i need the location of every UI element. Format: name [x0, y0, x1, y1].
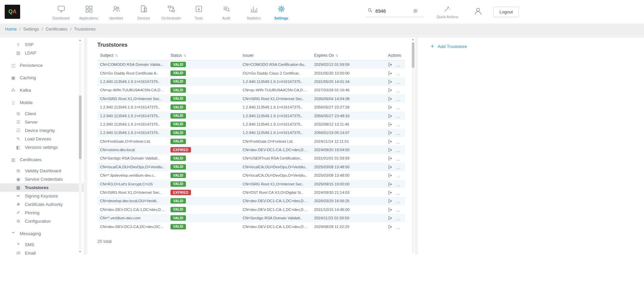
sidebar-item-persistence[interactable]: ◫Persistence — [0, 61, 84, 70]
quick-actions-label: Quick Actions — [437, 15, 458, 19]
main-scroll-up-arrow[interactable]: ▲ — [412, 38, 414, 41]
sidebar-item-certificates[interactable]: ▥Certificates — [0, 156, 84, 164]
sidebar-item-validity-dashboard[interactable]: ⊞Validity Dashboard — [0, 167, 84, 175]
sidebar-item-mobile[interactable]: ▯Mobile — [0, 98, 84, 107]
topnav-item-devices[interactable]: Devices — [130, 3, 157, 20]
table-row[interactable]: CN=localCA,OU=DevOps,O=Veridiu..VALIDCN=… — [97, 163, 405, 171]
export-button[interactable] — [388, 87, 393, 93]
topnav-item-settings[interactable]: Settings — [267, 3, 295, 20]
sidebar-item-ldap[interactable]: ▤LDAP — [0, 49, 84, 57]
sidebar-item-caching[interactable]: ▣Caching — [0, 74, 84, 82]
table-row[interactable]: 1.2.840.113549.1.9.1=#16147375..VALID1.2… — [97, 103, 405, 111]
main-scrollbar-thumb[interactable] — [412, 42, 414, 68]
table-row[interactable]: CN=FortiGate,O=Fortinet Ltd.VALIDCN=Fort… — [97, 137, 405, 145]
table-row[interactable]: 1.2.840.113549.1.9.1=#16167375..VALID1.2… — [97, 77, 405, 86]
issuer-cell: CN=localCA,OU=DevOps,O=Veridiu.. — [240, 171, 311, 180]
table-row[interactable]: CN=Go Daddy Root Certificate A..VALIDOU=… — [97, 69, 405, 77]
app-logo[interactable]: QA — [5, 5, 20, 19]
sidebar-item-configuration[interactable]: ⚙Configuration — [0, 217, 84, 225]
export-button[interactable] — [388, 96, 393, 101]
export-button[interactable] — [388, 173, 393, 178]
topnav-item-orchestrator[interactable]: Orchestrator — [157, 3, 185, 20]
sidebar-item-service-credentials[interactable]: ◉Service Credentials — [0, 175, 84, 183]
export-button[interactable] — [388, 71, 393, 76]
table-row[interactable]: CN=develop.dev.local,OU=Veridi..VALIDCN=… — [97, 197, 405, 205]
scroll-up-arrow[interactable]: ▲ — [79, 39, 82, 42]
export-button[interactable] — [388, 215, 393, 221]
sidebar-scrollbar-thumb[interactable] — [79, 95, 82, 159]
table-row[interactable]: CN=ctxenv.dev.localEXPIREDCN=dev-DEV-DC1… — [97, 145, 405, 154]
table-row[interactable]: CN=dev-DEV-DC2-CA,DC=dev,DC=lo..VALIDCN=… — [97, 222, 405, 231]
sidebar-item-signing-keystore[interactable]: ✒Signing Keystore — [0, 192, 84, 200]
quick-actions-button[interactable]: Quick Actions — [437, 5, 458, 19]
main-scroll-track[interactable] — [412, 42, 414, 253]
export-button[interactable] — [388, 181, 393, 187]
export-button[interactable] — [388, 139, 393, 144]
export-button[interactable] — [388, 207, 393, 212]
topnav-item-audit[interactable]: Audit — [212, 3, 240, 20]
sidebar-item-client[interactable]: ⧉Client — [0, 109, 84, 118]
export-button[interactable] — [388, 164, 393, 170]
sidebar-item-truststores[interactable]: ▦Truststores — [0, 183, 84, 192]
topnav-item-identities[interactable]: Identities — [102, 3, 130, 20]
table-row[interactable]: 1.2.840.113549.1.9.1=#16147375..VALID1.2… — [97, 120, 405, 128]
sidebar-item-versions-settings[interactable]: ◧Versions settings — [0, 143, 84, 151]
table-row[interactable]: CN=qc-WIN-TUUBU9A4C5N-CA,DC=qc..VALIDCN=… — [97, 86, 405, 94]
table-row[interactable]: CN=ISRG Root X1,O=Internet Sec..VALIDCN=… — [97, 94, 405, 103]
sidebar-item-email[interactable]: @Email — [0, 249, 84, 255]
table-row[interactable]: CN=R3,O=Let's Encrypt,C=USVALIDCN=ISRG R… — [97, 180, 405, 188]
export-button[interactable] — [388, 224, 393, 229]
sidebar-item-load-devices[interactable]: ✎Load Devices — [0, 135, 84, 143]
breadcrumb-item-truststores[interactable]: Truststores — [74, 27, 96, 32]
column-header-expires-on[interactable]: Expires On⇅ — [311, 51, 385, 60]
sidebar-item-device-integrity[interactable]: ☑Device Integrity — [0, 126, 84, 135]
table-row[interactable]: CN=*.veridium-dev.comVALIDCN=Sectigo RSA… — [97, 214, 405, 222]
table-row[interactable]: CN=dev-DEV-DC1-CA-1,DC=dev,DC=..VALIDCN=… — [97, 205, 405, 214]
table-row[interactable]: CN=ISRG Root X1,O=Internet Sec..EXPIREDC… — [97, 188, 405, 196]
export-button[interactable] — [388, 104, 393, 110]
search-input[interactable] — [376, 8, 410, 14]
topnav-item-tools[interactable]: Tools — [185, 3, 212, 20]
sidebar-item-pinning[interactable]: ✐Pinning — [0, 209, 84, 217]
clear-search-icon[interactable]: ⊗ — [413, 8, 418, 14]
export-button[interactable] — [388, 113, 393, 119]
export-button[interactable] — [388, 198, 393, 204]
configuration-icon: ⚙ — [15, 219, 21, 224]
user-icon[interactable] — [474, 7, 483, 17]
sidebar-scroll-track[interactable] — [79, 42, 82, 250]
logout-button[interactable]: Logout — [493, 7, 519, 17]
sidebar-item-server[interactable]: ☰Server — [0, 118, 84, 126]
export-button[interactable] — [388, 130, 393, 135]
topnav-item-dashboard[interactable]: Dashboard — [47, 3, 75, 20]
breadcrumb-item-home[interactable]: Home — [5, 27, 17, 32]
load-devices-icon: ✎ — [15, 136, 21, 141]
add-truststore-button[interactable]: + Add Truststore — [431, 43, 467, 49]
topnav-item-statistics[interactable]: Statistics — [240, 3, 267, 20]
export-button[interactable] — [388, 147, 393, 152]
sidebar-item-messaging[interactable]: ❞Messaging — [0, 229, 84, 238]
table-row[interactable]: CN=COMODO RSA Domain Validatio..VALIDCN=… — [97, 60, 405, 69]
table-row[interactable]: CN=*.ilpdevelop.veridium-dev.c..VALIDCN=… — [97, 171, 405, 180]
column-header-status[interactable]: Status⇅ — [168, 51, 240, 60]
sidebar-item-sms[interactable]: ❝SMS — [0, 240, 84, 249]
export-button[interactable] — [388, 122, 393, 127]
main-scrollbar[interactable]: ▲ — [411, 38, 414, 254]
export-button[interactable] — [388, 190, 393, 195]
sidebar-item-kafka[interactable]: ⁂Kafka — [0, 86, 84, 94]
breadcrumb-item-settings[interactable]: Settings — [23, 27, 39, 32]
table-row[interactable]: 1.2.840.113549.1.9.1=#16147375..VALID1.2… — [97, 112, 405, 120]
sidebar-scrollbar[interactable]: ▲ ▼ — [79, 39, 82, 253]
sidebar-item-certificate-authority[interactable]: ❖Certificate Authority — [0, 200, 84, 209]
export-button[interactable] — [388, 62, 393, 67]
column-header-subject[interactable]: Subject⇅ — [97, 51, 168, 60]
issuer-cell: CN=dev-DEV-DC1-CA-1,DC=dev,DC=.. — [240, 205, 311, 214]
export-button[interactable] — [388, 156, 393, 161]
breadcrumb-item-certificates[interactable]: Certificates — [46, 27, 67, 32]
topnav-item-applications[interactable]: Applications — [75, 3, 102, 20]
breadcrumb: Home/Settings/Certificates/Truststores — [0, 24, 644, 35]
sidebar-item-ssp[interactable]: ⇧SSP — [0, 40, 84, 49]
export-button[interactable] — [388, 79, 393, 84]
table-row[interactable]: CN=Sectigo RSA Domain Validati..VALIDCN=… — [97, 154, 405, 163]
table-row[interactable]: 1.2.840.113549.1.9.1=#16147375..VALID1.2… — [97, 129, 405, 137]
scroll-down-arrow[interactable]: ▼ — [79, 251, 82, 253]
